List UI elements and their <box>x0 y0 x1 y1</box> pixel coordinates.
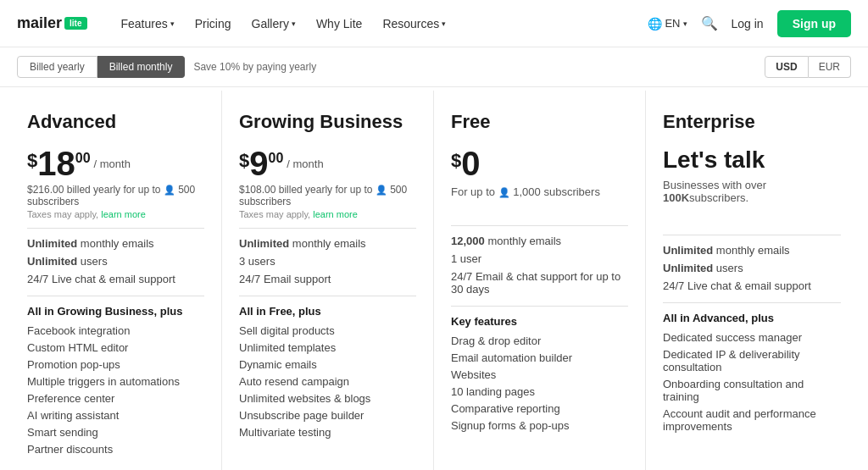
nav-pricing[interactable]: Pricing <box>195 17 231 30</box>
features-advanced: Unlimited monthly emails Unlimited users… <box>27 237 204 285</box>
lets-talk: Let's talk <box>663 147 841 174</box>
plan-enterprise: Enterprise Let's talk Businesses with ov… <box>646 91 858 470</box>
features-enterprise: Unlimited monthly emails Unlimited users… <box>663 244 841 292</box>
section-title-free: Key features <box>451 315 628 328</box>
plan-advanced: Advanced $ 18 00 / month $216.00 billed … <box>10 91 222 470</box>
price-block-free: $ 0 <box>451 147 628 180</box>
list-item: Sell digital products <box>239 324 416 337</box>
nav-resources[interactable]: Resources ▾ <box>382 17 446 30</box>
list-item: Dynamic emails <box>239 358 416 371</box>
list-item: Onboarding consultation and training <box>663 378 841 403</box>
plan-name-advanced: Advanced <box>27 111 204 133</box>
list-item: Comparative reporting <box>451 402 628 415</box>
price-per-growing: / month <box>287 158 323 169</box>
list-item: Unsubscribe page builder <box>239 409 416 422</box>
feature-enterprise-2: Unlimited users <box>663 262 841 274</box>
divider-free-2 <box>451 306 628 307</box>
nav-features[interactable]: Features ▾ <box>121 17 175 30</box>
learn-more-advanced[interactable]: learn more <box>101 209 146 219</box>
extras-growing: Sell digital products Unlimited template… <box>239 324 416 439</box>
save-text: Save 10% by paying yearly <box>193 61 316 73</box>
lang-label: EN <box>665 17 680 30</box>
list-item: 10 landing pages <box>451 385 628 398</box>
feature-free-1: 12,000 monthly emails <box>451 235 628 247</box>
divider-advanced-1 <box>27 228 204 229</box>
nav-gallery[interactable]: Gallery ▾ <box>252 17 296 30</box>
feature-growing-1: Unlimited monthly emails <box>239 237 416 250</box>
price-block-advanced: $ 18 00 / month <box>27 147 204 180</box>
usd-btn[interactable]: USD <box>765 56 808 78</box>
price-dollar-growing: $ <box>239 152 249 170</box>
list-item: Dedicated success manager <box>663 331 841 344</box>
plan-name-enterprise: Enterprise <box>663 111 841 133</box>
price-for-free: For up to 👤 1,000 subscribers <box>451 185 628 198</box>
billed-monthly-btn[interactable]: Billed monthly <box>97 56 186 78</box>
extras-free: Drag & drop editor Email automation buil… <box>451 335 628 432</box>
feature-enterprise-3: 24/7 Live chat & email support <box>663 279 841 292</box>
taxes-growing: Taxes may apply, learn more <box>239 209 416 219</box>
nav-links: Features ▾ Pricing Gallery ▾ Why Lite Re… <box>121 17 447 30</box>
plan-free: Free $ 0 For up to 👤 1,000 subscribers 1… <box>434 91 646 470</box>
globe-icon: 🌐 <box>648 17 662 30</box>
feature-advanced-2: Unlimited users <box>27 255 204 268</box>
list-item: Drag & drop editor <box>451 335 628 347</box>
features-growing: Unlimited monthly emails 3 users 24/7 Em… <box>239 237 416 285</box>
nav-whylite[interactable]: Why Lite <box>316 17 362 30</box>
feature-growing-2: 3 users <box>239 255 416 268</box>
section-title-advanced: All in Growing Business, plus <box>27 305 204 318</box>
price-per-advanced: / month <box>94 158 131 169</box>
plan-name-free: Free <box>451 111 628 133</box>
billed-yearly-btn[interactable]: Billed yearly <box>17 56 97 78</box>
price-amount-advanced: 18 <box>37 147 75 180</box>
logo[interactable]: mailer lite <box>17 14 87 32</box>
list-item: Unlimited websites & blogs <box>239 392 416 405</box>
search-icon[interactable]: 🔍 <box>701 15 718 31</box>
price-yearly-growing: $108.00 billed yearly for up to 👤 500 su… <box>239 184 416 207</box>
plan-name-growing: Growing Business <box>239 111 416 133</box>
list-item: Multiple triggers in automations <box>27 375 204 388</box>
divider-growing-1 <box>239 228 416 229</box>
eur-btn[interactable]: EUR <box>809 56 851 78</box>
enterprise-sub: Businesses with over 100Ksubscribers. <box>663 179 841 204</box>
list-item: Auto resend campaign <box>239 375 416 388</box>
divider-free-1 <box>451 225 628 226</box>
price-cents-growing: 00 <box>269 152 284 165</box>
list-item: Unlimited templates <box>239 341 416 354</box>
divider-growing-2 <box>239 296 416 296</box>
currency-toggle: USD EUR <box>765 56 851 78</box>
feature-growing-3: 24/7 Email support <box>239 273 416 285</box>
list-item: Dedicated IP & deliverability consultati… <box>663 348 841 373</box>
price-cents-advanced: 00 <box>75 152 91 165</box>
list-item: Email automation builder <box>451 351 628 364</box>
price-dollar-free: $ <box>451 152 461 170</box>
features-free: 12,000 monthly emails 1 user 24/7 Email … <box>451 235 628 296</box>
price-amount-growing: 9 <box>249 147 268 180</box>
section-title-growing: All in Free, plus <box>239 305 416 318</box>
list-item: Multivariate testing <box>239 426 416 439</box>
list-item: Custom HTML editor <box>27 341 204 354</box>
divider-advanced-2 <box>27 296 204 296</box>
price-dollar-advanced: $ <box>27 152 37 170</box>
list-item: Partner discounts <box>27 443 204 456</box>
login-button[interactable]: Log in <box>732 17 764 30</box>
section-title-enterprise: All in Advanced, plus <box>663 312 841 324</box>
divider-enterprise-2 <box>663 302 841 303</box>
list-item: Websites <box>451 368 628 381</box>
price-yearly-advanced: $216.00 billed yearly for up to 👤 500 su… <box>27 184 204 207</box>
feature-advanced-3: 24/7 Live chat & email support <box>27 273 204 285</box>
nav-right: 🌐 EN ▾ 🔍 Log in Sign up <box>648 10 851 37</box>
list-item: Promotion pop-ups <box>27 358 204 371</box>
learn-more-growing[interactable]: learn more <box>313 209 358 219</box>
extras-enterprise: Dedicated success manager Dedicated IP &… <box>663 331 841 433</box>
lang-selector[interactable]: 🌐 EN ▾ <box>648 17 687 30</box>
price-amount-free: 0 <box>461 147 480 180</box>
logo-badge: lite <box>64 17 86 30</box>
list-item: Preference center <box>27 392 204 405</box>
billing-toggle: Billed yearly Billed monthly <box>17 56 185 78</box>
list-item: Account audit and performance improvemen… <box>663 407 841 433</box>
feature-free-2: 1 user <box>451 252 628 265</box>
plan-growing: Growing Business $ 9 00 / month $108.00 … <box>222 91 434 470</box>
price-block-growing: $ 9 00 / month <box>239 147 416 180</box>
signup-button[interactable]: Sign up <box>777 10 851 37</box>
navbar: mailer lite Features ▾ Pricing Gallery ▾… <box>0 0 868 47</box>
